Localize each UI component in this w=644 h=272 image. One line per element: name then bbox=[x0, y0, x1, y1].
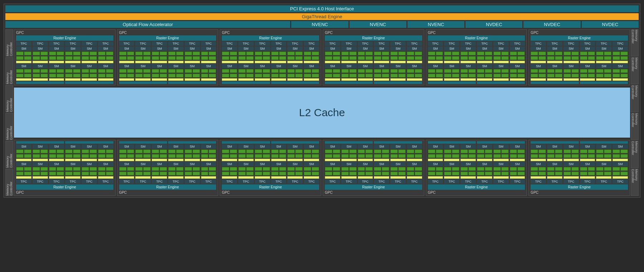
sm-rt-core bbox=[65, 61, 80, 63]
sm-label: SM bbox=[460, 162, 476, 166]
sm-core-group bbox=[152, 69, 167, 73]
tpc-label: TPC bbox=[493, 41, 509, 46]
sm-rt-core bbox=[168, 176, 184, 179]
tpc-label: TPC bbox=[428, 41, 443, 46]
center-column: GPCRaster EngineTPCTPCTPCTPCTPCTPCSMSMSM… bbox=[14, 29, 630, 196]
sm-rt-core bbox=[613, 176, 628, 179]
tpc-label: TPC bbox=[33, 41, 48, 46]
sm-core-group bbox=[65, 51, 80, 55]
tpc-label: TPC bbox=[201, 41, 216, 46]
sm-core-group bbox=[271, 74, 287, 78]
sm-rt-core bbox=[547, 78, 562, 81]
sm-label: SM bbox=[341, 46, 357, 51]
sm-core-group bbox=[287, 154, 303, 158]
sm-rt-core bbox=[374, 176, 389, 179]
sm-core-group bbox=[222, 149, 237, 153]
tpc-label: TPC bbox=[49, 41, 64, 46]
sm-core-group bbox=[510, 56, 525, 60]
sm-rt-core bbox=[255, 176, 270, 179]
sm-rt-core bbox=[444, 176, 459, 179]
sm-rt-core bbox=[201, 176, 216, 179]
sm-rt-core bbox=[135, 159, 151, 161]
sm-core-group bbox=[325, 167, 340, 171]
sm-core-group bbox=[304, 172, 319, 175]
sm-core-group bbox=[407, 51, 422, 55]
sm-core-group bbox=[341, 154, 357, 158]
sm-rt-core bbox=[238, 61, 254, 63]
sm-core-group bbox=[374, 51, 389, 55]
sm-label: SM bbox=[16, 46, 31, 51]
sm-core-group bbox=[16, 154, 31, 158]
sm-rt-core bbox=[613, 61, 628, 63]
sm-core-group bbox=[477, 69, 492, 73]
sm-core-group bbox=[152, 56, 167, 60]
sm-core-group bbox=[222, 69, 237, 73]
sm-label: SM bbox=[510, 64, 525, 68]
sm-label: SM bbox=[444, 144, 459, 149]
sm-core-group bbox=[98, 74, 113, 78]
sm-label: SM bbox=[304, 162, 319, 166]
sm-rt-core bbox=[98, 176, 113, 179]
sm-label: SM bbox=[531, 64, 546, 68]
sm-rt-core bbox=[564, 176, 579, 179]
sm-core-group bbox=[390, 56, 406, 60]
sm-core-group bbox=[287, 167, 303, 171]
tpc-label: TPC bbox=[185, 179, 200, 184]
sm-label: SM bbox=[325, 64, 340, 68]
sm-rt-core bbox=[580, 176, 595, 179]
sm-core-group bbox=[460, 172, 476, 175]
sm-core-group bbox=[460, 149, 476, 153]
tpc-label: TPC bbox=[152, 179, 167, 184]
sm-rt-core bbox=[325, 176, 340, 179]
sm-core-group bbox=[287, 149, 303, 153]
sm-core-group bbox=[510, 149, 525, 153]
sm-core-group bbox=[341, 51, 357, 55]
sm-label: SM bbox=[33, 162, 48, 166]
sm-core-group bbox=[580, 167, 595, 171]
sm-core-group bbox=[16, 167, 31, 171]
tpc-label: TPC bbox=[33, 179, 48, 184]
sm-core-group bbox=[238, 154, 254, 158]
sm-core-group bbox=[407, 149, 422, 153]
sm-core-group bbox=[407, 154, 422, 158]
accelerator-row: Optical Flow Accelerator NVENC NVENC NVE… bbox=[5, 21, 639, 28]
sm-core-group bbox=[428, 149, 443, 153]
sm-core-group bbox=[358, 56, 373, 60]
sm-rt-core bbox=[531, 78, 546, 81]
sm-rt-core bbox=[152, 176, 167, 179]
sm-label: SM bbox=[271, 46, 287, 51]
sm-label: SM bbox=[238, 144, 254, 149]
sm-label: SM bbox=[16, 162, 31, 166]
sm-label: SM bbox=[531, 162, 546, 166]
tpc-row: TPCTPCTPCTPCTPCTPC bbox=[530, 41, 629, 46]
sm-label: SM bbox=[510, 46, 525, 51]
tpc-label: TPC bbox=[82, 41, 97, 46]
sm-label: SM bbox=[390, 46, 406, 51]
sm-core-group bbox=[201, 172, 216, 175]
tpc-label: TPC bbox=[547, 179, 562, 184]
sm-rt-core bbox=[358, 61, 373, 63]
sm-rt-core bbox=[304, 61, 319, 63]
sm-rt-core bbox=[82, 176, 97, 179]
gpc-label: GPC bbox=[221, 191, 320, 194]
sm-rt-core bbox=[185, 159, 200, 161]
tpc-label: TPC bbox=[477, 41, 492, 46]
sm-label: SM bbox=[255, 46, 270, 51]
tpc-label: TPC bbox=[168, 41, 184, 46]
sm-core-group bbox=[98, 51, 113, 55]
sm-label: SM bbox=[152, 46, 167, 51]
sm-label: SM bbox=[510, 162, 525, 166]
sm-rt-core bbox=[201, 61, 216, 63]
sm-rt-core bbox=[49, 78, 64, 81]
tpc-row: TPCTPCTPCTPCTPCTPC bbox=[324, 179, 423, 184]
sm-label: SM bbox=[255, 64, 270, 68]
sm-core-group bbox=[16, 69, 31, 73]
sm-rt-core bbox=[168, 61, 184, 63]
sm-rt-core bbox=[65, 176, 80, 179]
sm-core-group bbox=[460, 56, 476, 60]
tpc-label: TPC bbox=[325, 41, 340, 46]
sm-rt-core bbox=[271, 78, 287, 81]
sm-rt-core bbox=[255, 78, 270, 81]
sm-core-group bbox=[341, 172, 357, 175]
sm-label: SM bbox=[49, 162, 64, 166]
